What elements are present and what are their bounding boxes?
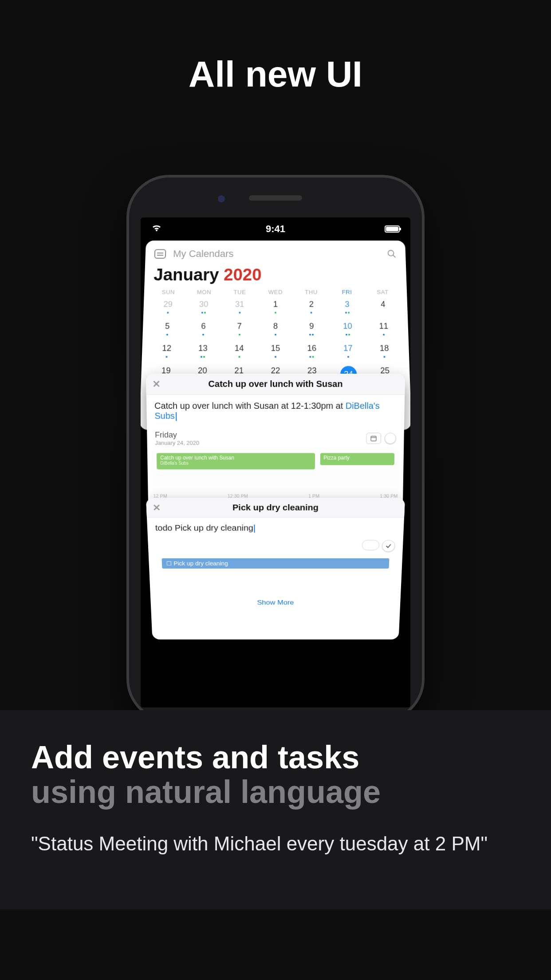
timeline-event-title: Catch up over lunch with Susan (160, 455, 234, 461)
task-sheet: ✕ Pick up dry cleaning todo Pick up dry … (146, 498, 405, 640)
weekday-sat: SAT (365, 289, 401, 296)
lower-heading: Add events and tasks using natural langu… (31, 740, 520, 810)
event-input-text: Catch up over lunch with Susan at 12-1:3… (154, 401, 346, 411)
weekday-fri: FRI (329, 289, 365, 296)
menu-icon[interactable] (154, 249, 166, 258)
month-name: January (153, 265, 219, 284)
close-icon[interactable]: ✕ (153, 503, 161, 512)
date-cell[interactable]: 30 (185, 297, 222, 315)
show-more-link[interactable]: Show More (150, 596, 401, 611)
preview-day-name: Friday (155, 431, 361, 440)
task-preview-text: Pick up dry cleaning (173, 560, 228, 566)
preview-day-date: January 24, 2020 (155, 440, 361, 447)
date-cell[interactable]: 13 (185, 341, 221, 360)
task-input[interactable]: todo Pick up dry cleaning (147, 518, 404, 538)
wifi-icon (151, 223, 162, 235)
date-cell[interactable]: 12 (148, 341, 185, 360)
timeline-event[interactable]: Pizza party (320, 453, 394, 465)
weekday-header: SUN MON TUE WED THU FRI SAT (144, 289, 407, 296)
date-cell[interactable]: 5 (149, 319, 185, 337)
date-cell[interactable]: 2 (293, 297, 329, 315)
view-toggle[interactable] (366, 433, 396, 444)
lower-heading-line1: Add events and tasks (31, 739, 359, 775)
toggle-knob (385, 433, 396, 444)
weekday-sun: SUN (150, 289, 186, 296)
weekday-tue: TUE (222, 289, 258, 296)
month-header[interactable]: January 2020 (144, 263, 407, 289)
year-label: 2020 (224, 265, 262, 284)
svg-line-1 (393, 255, 396, 257)
date-cell[interactable]: 11 (366, 319, 402, 337)
timeline-event[interactable]: Catch up over lunch with Susan DiBella's… (157, 453, 315, 470)
calendar-set-label[interactable]: My Calendars (173, 248, 234, 259)
svg-rect-2 (371, 436, 376, 441)
date-cell[interactable]: 14 (221, 341, 257, 360)
date-cell[interactable]: 7 (221, 319, 258, 337)
checkmark-icon[interactable] (382, 540, 395, 552)
status-time: 9:41 (266, 223, 285, 235)
date-cell[interactable]: 1 (257, 297, 293, 315)
phone-screen: 9:41 My Calendars January 2020 (141, 217, 410, 707)
phone-speaker (249, 195, 302, 201)
weekday-mon: MON (186, 289, 222, 296)
dates-row-2: 5 6 7 8 9 10 11 (142, 317, 409, 340)
text-cursor (254, 525, 255, 533)
date-cell[interactable]: 10 (330, 319, 366, 337)
dates-row-1: 29 30 31 1 2 3 4 (143, 296, 408, 317)
task-checkbox-icon: ☐ (166, 560, 172, 566)
status-bar: 9:41 (141, 217, 410, 241)
date-cell[interactable]: 3 (329, 297, 366, 315)
date-cell[interactable]: 8 (257, 319, 294, 337)
lower-marketing: Add events and tasks using natural langu… (0, 710, 551, 909)
task-type-toggle[interactable] (362, 540, 379, 550)
text-cursor (176, 412, 177, 421)
task-preview-bar[interactable]: ☐ Pick up dry cleaning (162, 558, 390, 569)
phone-frame: 9:41 My Calendars January 2020 (129, 178, 422, 719)
example-phrase: "Status Meeting with Michael every tuesd… (31, 831, 520, 856)
weekday-thu: THU (293, 289, 329, 296)
phone-camera-dot (218, 195, 225, 202)
event-sheet-title: Catch up over lunch with Susan (208, 379, 342, 389)
svg-point-0 (388, 250, 394, 256)
date-cell[interactable]: 31 (221, 297, 257, 315)
weekday-wed: WED (258, 289, 294, 296)
date-cell[interactable]: 17 (330, 341, 366, 360)
timeline-event-sub: DiBella's Subs (160, 461, 311, 466)
dates-row-3: 12 13 14 15 16 17 18 (142, 339, 409, 361)
timeline-event-title: Pizza party (323, 455, 350, 461)
calendar-icon (366, 433, 381, 444)
lower-heading-line2: using natural language (31, 775, 520, 810)
date-cell[interactable]: 6 (185, 319, 221, 337)
date-cell[interactable]: 29 (150, 297, 186, 315)
date-cell[interactable]: 18 (366, 341, 403, 360)
date-cell[interactable]: 16 (294, 341, 330, 360)
date-cell[interactable]: 9 (294, 319, 330, 337)
page-headline: All new UI (0, 53, 551, 95)
task-input-text: todo Pick up dry cleaning (155, 523, 253, 532)
event-input[interactable]: Catch up over lunch with Susan at 12-1:3… (146, 395, 405, 427)
battery-icon (385, 225, 400, 233)
day-timeline[interactable]: Catch up over lunch with Susan DiBella's… (152, 450, 399, 494)
close-icon[interactable]: ✕ (152, 379, 160, 389)
task-sheet-title: Pick up dry cleaning (232, 503, 319, 512)
search-icon[interactable] (387, 249, 397, 258)
date-cell[interactable]: 15 (257, 341, 294, 360)
date-cell[interactable]: 4 (365, 297, 401, 315)
